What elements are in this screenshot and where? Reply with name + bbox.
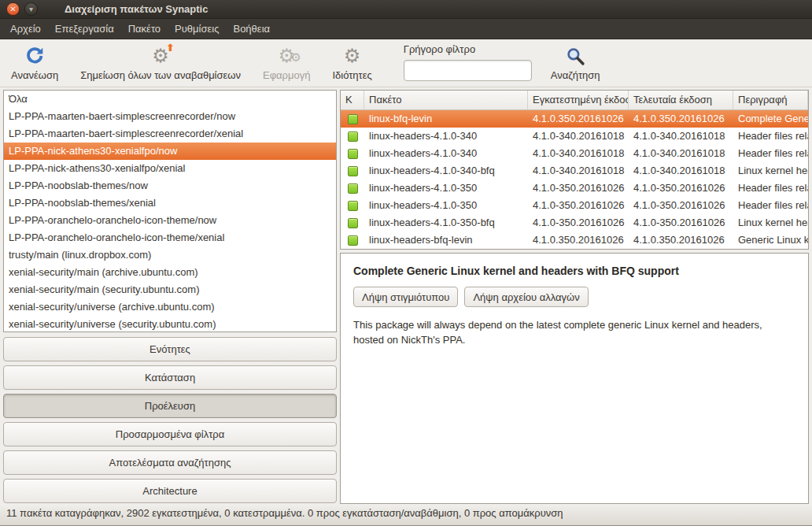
details-title: Complete Generic Linux kernel and header… [353, 265, 795, 277]
origin-item[interactable]: xenial-security/main (security.ubuntu.co… [4, 281, 336, 298]
column-header[interactable]: Εγκατεστημένη έκδοση [528, 91, 629, 109]
package-row[interactable]: linux-headers-4.1.0-350-bfq4.1.0-350.201… [341, 214, 808, 232]
category-buttons: ΕνότητεςΚατάστασηΠροέλευσηΠροσαρμοσμένα … [3, 337, 337, 503]
column-header[interactable]: K [341, 91, 364, 109]
mark-all-upgrades-button[interactable]: ⚙⬆ Σημείωση όλων των αναβαθμίσεων [77, 43, 244, 83]
installed-checkbox-icon [348, 235, 358, 246]
properties-button[interactable]: ⚙ Ιδιότητες [329, 43, 375, 83]
package-name: linux-headers-4.1.0-350 [364, 197, 528, 214]
origin-item[interactable]: trusty/main (linux.dropbox.com) [4, 246, 336, 264]
installed-version: 4.1.0-350.20161026 [528, 197, 629, 214]
detail-action-button[interactable]: Λήψη αρχείου αλλαγών [464, 287, 588, 307]
toolbar: Ανανέωση ⚙⬆ Σημείωση όλων των αναβαθμίσε… [0, 39, 812, 87]
package-name: linux-bfq-levin [364, 110, 528, 128]
origin-list: ΌλαLP-PPA-maarten-baert-simplescreenreco… [3, 90, 337, 332]
menu-item[interactable]: Επεξεργασία [48, 19, 121, 39]
menu-item[interactable]: Βοήθεια [226, 19, 277, 39]
quick-filter: Γρήγορο φίλτρο [404, 43, 532, 81]
menu-item[interactable]: Αρχείο [3, 19, 48, 39]
details-buttons: Λήψη στιγμιότυπουΛήψη αρχείου αλλαγών [353, 287, 795, 307]
origin-item[interactable]: LP-PPA-maarten-baert-simplescreenrecorde… [4, 125, 336, 143]
package-row[interactable]: linux-headers-4.1.0-3504.1.0-350.2016102… [341, 197, 808, 214]
latest-version: 4.1.0.350.20161026 [629, 232, 733, 249]
origin-item[interactable]: LP-PPA-noobslab-themes/xenial [4, 194, 336, 212]
origin-item[interactable]: LP-PPA-oranchelo-oranchelo-icon-theme/xe… [4, 229, 336, 246]
origin-item[interactable]: xenial-security/universe (archive.ubuntu… [4, 298, 336, 316]
installed-checkbox-icon [348, 201, 358, 211]
origin-item[interactable]: LP-PPA-noobslab-themes/now [4, 177, 336, 194]
close-button[interactable]: ✕ [6, 2, 20, 16]
status-cell [341, 145, 364, 162]
package-table-header: KΠακέτοΕγκατεστημένη έκδοσηΤελευταία έκδ… [341, 91, 808, 110]
origin-item[interactable]: xenial-security/universe (security.ubunt… [4, 316, 336, 332]
status-cell [341, 214, 364, 232]
installed-version: 4.1.0.350.20161026 [528, 110, 629, 128]
installed-checkbox-icon [348, 166, 358, 176]
package-description: Linux kernel headers for version 4.1.0 [733, 214, 808, 232]
status-cell [341, 232, 364, 249]
latest-version: 4.1.0.350.20161026 [629, 110, 733, 128]
detail-action-button[interactable]: Λήψη στιγμιότυπου [353, 287, 458, 307]
menu-item[interactable]: Πακέτο [121, 19, 168, 39]
package-row[interactable]: linux-bfq-levin4.1.0.350.201610264.1.0.3… [341, 110, 808, 128]
installed-checkbox-icon [348, 149, 358, 159]
package-row[interactable]: linux-headers-bfq-levin4.1.0.350.2016102… [341, 232, 808, 249]
installed-version: 4.1.0-350.20161026 [528, 214, 629, 232]
refresh-label: Ανανέωση [11, 69, 58, 81]
origin-item[interactable]: LP-PPA-maarten-baert-simplescreenrecorde… [4, 108, 336, 125]
latest-version: 4.1.0-340.20161018 [629, 162, 733, 180]
column-header[interactable]: Πακέτο [364, 91, 528, 109]
apply-button: ⚙⚙ Εφαρμογή [260, 43, 313, 83]
menubar: ΑρχείοΕπεξεργασίαΠακέτοΡυθμίσειςΒοήθεια [0, 19, 812, 39]
category-button[interactable]: Κατάσταση [3, 365, 337, 390]
column-header[interactable]: Περιγραφή [733, 91, 808, 109]
quick-filter-input[interactable] [404, 60, 532, 81]
package-name: linux-headers-4.1.0-340-bfq [364, 162, 528, 180]
origin-item[interactable]: LP-PPA-nick-athens30-xenialfpo/now [4, 143, 336, 160]
details-panel: Complete Generic Linux kernel and header… [340, 253, 809, 504]
origin-item[interactable]: Όλα [4, 91, 336, 108]
package-description: Header files related to Linux kernel [733, 180, 808, 197]
installed-version: 4.1.0-350.20161026 [528, 180, 629, 197]
origin-item[interactable]: xenial-security/main (archive.ubuntu.com… [4, 264, 336, 281]
package-row[interactable]: linux-headers-4.1.0-3404.1.0-340.2016101… [341, 145, 808, 162]
package-description: Complete Generic Linux kernel and header… [733, 110, 808, 128]
window-title: Διαχείριση πακέτων Synaptic [65, 3, 208, 15]
package-description: Header files related to Linux kernel [733, 197, 808, 214]
minimize-icon: ▾ [29, 6, 33, 13]
details-description: This package will always depend on the l… [353, 318, 782, 348]
package-table-rows: linux-bfq-levin4.1.0.350.201610264.1.0.3… [341, 110, 808, 249]
close-icon: ✕ [9, 6, 16, 13]
refresh-button[interactable]: Ανανέωση [8, 43, 61, 83]
origin-item[interactable]: LP-PPA-oranchelo-oranchelo-icon-theme/no… [4, 212, 336, 229]
menu-item[interactable]: Ρυθμίσεις [168, 19, 226, 39]
category-button[interactable]: Προέλευση [3, 394, 337, 418]
category-button[interactable]: Προσαρμοσμένα φίλτρα [3, 422, 337, 446]
category-button[interactable]: Architecture [3, 479, 337, 503]
category-button[interactable]: Ενότητες [3, 337, 337, 361]
left-pane: ΌλαLP-PPA-maarten-baert-simplescreenreco… [3, 90, 337, 504]
mark-all-upgrades-icon: ⚙⬆ [152, 45, 169, 67]
latest-version: 4.1.0-340.20161018 [629, 128, 733, 145]
latest-version: 4.1.0-350.20161026 [629, 214, 733, 232]
package-row[interactable]: linux-headers-4.1.0-340-bfq4.1.0-340.201… [341, 162, 808, 180]
package-name: linux-headers-4.1.0-350-bfq [364, 214, 528, 232]
status-cell [341, 128, 364, 145]
origin-item[interactable]: LP-PPA-nick-athens30-xenialfpo/xenial [4, 160, 336, 177]
installed-checkbox-icon [348, 114, 358, 124]
package-description: Header files related to Linux kernel [733, 128, 808, 145]
installed-version: 4.1.0.350.20161026 [528, 232, 629, 249]
package-row[interactable]: linux-headers-4.1.0-3504.1.0-350.2016102… [341, 180, 808, 197]
package-row[interactable]: linux-headers-4.1.0-3404.1.0-340.2016101… [341, 128, 808, 145]
category-button[interactable]: Αποτελέσματα αναζήτησης [3, 450, 337, 475]
installed-version: 4.1.0-340.20161018 [528, 162, 629, 180]
latest-version: 4.1.0-350.20161026 [629, 197, 733, 214]
properties-icon: ⚙ [344, 45, 361, 67]
minimize-button[interactable]: ▾ [24, 2, 38, 16]
search-button[interactable]: Αναζήτηση [548, 43, 603, 83]
column-header[interactable]: Τελευταία έκδοση [629, 91, 733, 109]
search-icon [566, 45, 585, 67]
package-description: Header files related to Linux kernel [733, 145, 808, 162]
installed-checkbox-icon [348, 218, 358, 228]
status-cell [341, 197, 364, 214]
